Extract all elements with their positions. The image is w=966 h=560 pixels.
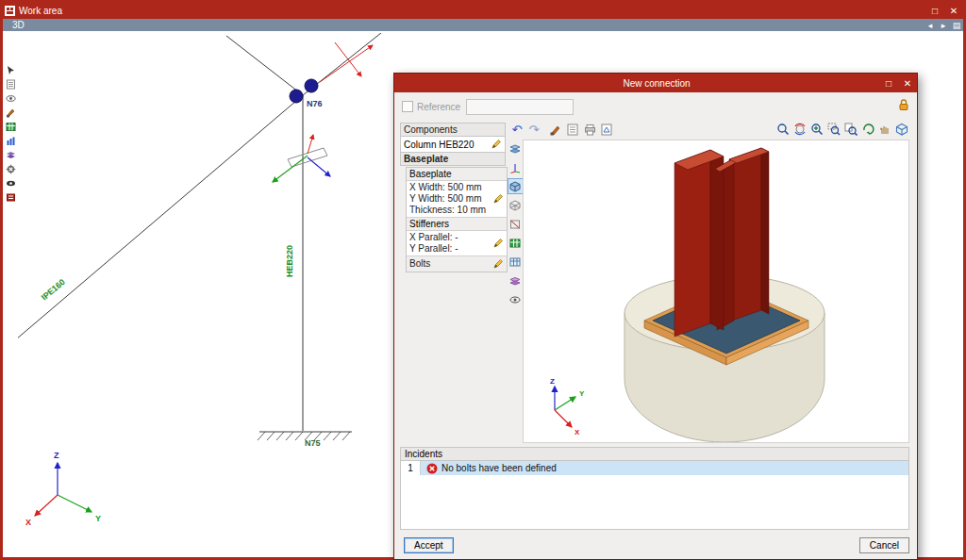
baseplate-section-header: Baseplate bbox=[400, 153, 506, 166]
table-view-icon[interactable] bbox=[508, 236, 523, 250]
grid-view-icon[interactable] bbox=[508, 255, 523, 269]
bolts-row[interactable]: Bolts bbox=[407, 255, 507, 272]
viewport-axes-icon: Z Y X bbox=[550, 377, 585, 436]
reference-checkbox[interactable] bbox=[402, 101, 413, 112]
components-header: Components bbox=[400, 123, 506, 137]
member-label-ipe160: IPE160 bbox=[40, 277, 67, 303]
svg-text:X: X bbox=[575, 428, 580, 436]
node-label-n75: N75 bbox=[305, 438, 321, 448]
model-sheet-icon[interactable] bbox=[508, 141, 523, 156]
visibility-icon[interactable] bbox=[6, 178, 16, 189]
chart-icon[interactable] bbox=[6, 136, 16, 146]
titlebar: Work area □ ✕ bbox=[3, 3, 963, 19]
baseplate-props-row[interactable]: X Width: 500 mm Y Width: 500 mm Thicknes… bbox=[407, 181, 507, 217]
svg-text:Z: Z bbox=[54, 451, 59, 460]
iso-view-icon[interactable] bbox=[894, 122, 909, 137]
reference-row: Reference bbox=[402, 99, 909, 114]
reference-label: Reference bbox=[417, 102, 460, 112]
axes-toggle-icon[interactable] bbox=[508, 160, 523, 174]
window-title: Work area bbox=[19, 6, 925, 16]
dialog-maximize-button[interactable]: □ bbox=[879, 76, 898, 91]
work-area-canvas[interactable]: N76 HEB220 IPE160 N75 bbox=[3, 31, 963, 557]
incidents-header: Incidents bbox=[401, 448, 908, 461]
edit-baseplate-icon[interactable] bbox=[491, 192, 505, 206]
visibility-toggle-icon[interactable] bbox=[508, 292, 523, 306]
edit-column-icon[interactable] bbox=[490, 138, 503, 151]
baseplate-subpanel: Baseplate X Width: 500 mm Y Width: 500 m… bbox=[406, 167, 508, 272]
node-sphere[interactable] bbox=[290, 90, 303, 103]
incident-row[interactable]: 1 No bolts have been defined bbox=[401, 461, 908, 475]
component-column-row[interactable]: Column HEB220 bbox=[400, 137, 506, 153]
paintbrush-icon[interactable] bbox=[547, 122, 562, 137]
tag-icon[interactable] bbox=[6, 192, 16, 203]
layers-view-icon[interactable] bbox=[508, 273, 523, 288]
accept-button[interactable]: Accept bbox=[404, 537, 454, 553]
global-axes-icon: Z X Y bbox=[25, 451, 101, 527]
edit-bolts-icon[interactable] bbox=[491, 257, 505, 271]
load-arrow-icon bbox=[320, 45, 373, 82]
components-panel: Components Column HEB220 Baseplate bbox=[400, 123, 506, 166]
local-axis-z-icon bbox=[308, 157, 330, 176]
connection-3d-viewport[interactable]: Z Y X bbox=[523, 140, 909, 443]
stiffeners-item-header: Stiffeners bbox=[407, 217, 507, 231]
tab-3d[interactable]: 3D bbox=[3, 20, 34, 30]
gear-icon[interactable] bbox=[6, 164, 16, 174]
work-area-window: Work area □ ✕ 3D ◂ ▸ ▤ bbox=[0, 0, 966, 560]
svg-text:Y: Y bbox=[95, 514, 101, 523]
svg-text:X: X bbox=[25, 518, 31, 527]
close-button[interactable]: ✕ bbox=[944, 4, 963, 18]
column-3d bbox=[675, 148, 769, 337]
pointer-icon[interactable] bbox=[6, 65, 16, 75]
shaded-view-icon[interactable] bbox=[508, 179, 523, 193]
left-toolbar bbox=[3, 61, 18, 557]
local-axis-y-icon bbox=[273, 156, 308, 182]
app-logo-icon bbox=[5, 6, 15, 16]
svg-text:Z: Z bbox=[550, 377, 555, 386]
eye-icon[interactable] bbox=[6, 93, 16, 104]
orbit-icon[interactable] bbox=[792, 122, 808, 137]
layers-icon[interactable] bbox=[6, 150, 16, 160]
node-sphere[interactable] bbox=[305, 79, 318, 92]
redo-icon[interactable]: ↷ bbox=[526, 122, 541, 137]
dialog-close-button[interactable]: ✕ bbox=[898, 76, 917, 91]
sheet-icon[interactable] bbox=[6, 79, 16, 90]
section-view-icon[interactable] bbox=[508, 217, 523, 231]
local-axis-x-icon bbox=[308, 135, 313, 154]
table-icon[interactable] bbox=[6, 122, 16, 132]
new-connection-dialog: New connection □ ✕ Reference Components … bbox=[393, 73, 918, 560]
tab-scroll-left-icon[interactable]: ◂ bbox=[924, 21, 937, 30]
member-label-heb220: HEB220 bbox=[285, 245, 294, 277]
paint-icon[interactable] bbox=[6, 107, 16, 118]
load-arrow-icon bbox=[335, 42, 361, 76]
zoom-window-icon[interactable] bbox=[826, 122, 841, 137]
lock-icon[interactable] bbox=[898, 98, 909, 113]
zoom-extents-icon[interactable] bbox=[843, 122, 858, 137]
drawing-icon[interactable] bbox=[599, 122, 614, 137]
wireframe-view-icon[interactable] bbox=[508, 198, 523, 212]
print-icon[interactable] bbox=[582, 122, 597, 137]
report-icon[interactable] bbox=[565, 122, 580, 137]
baseplate-item-header: Baseplate bbox=[407, 168, 507, 181]
maximize-button[interactable]: □ bbox=[925, 4, 944, 18]
bolts-item-header: Bolts bbox=[409, 258, 491, 270]
tab-scroll-right-icon[interactable]: ▸ bbox=[937, 21, 950, 30]
cancel-button[interactable]: Cancel bbox=[859, 537, 909, 553]
rotate-view-icon[interactable] bbox=[860, 122, 875, 137]
model-wireframe[interactable]: N76 HEB220 IPE160 N75 bbox=[18, 33, 395, 560]
incident-number: 1 bbox=[401, 461, 421, 475]
pan-icon[interactable] bbox=[877, 122, 892, 137]
dialog-titlebar[interactable]: New connection □ ✕ bbox=[394, 74, 917, 92]
tab-menu-icon[interactable]: ▤ bbox=[950, 21, 963, 30]
undo-icon[interactable]: ↶ bbox=[509, 122, 525, 137]
zoom-icon[interactable] bbox=[775, 122, 791, 137]
zoom-in-icon[interactable] bbox=[809, 122, 824, 137]
connection-3d-render: Z Y X bbox=[524, 140, 908, 442]
reference-input[interactable] bbox=[466, 99, 574, 115]
edit-stiffeners-icon[interactable] bbox=[491, 237, 505, 250]
incident-message: No bolts have been defined bbox=[441, 463, 557, 473]
view-tabbar: 3D ◂ ▸ ▤ bbox=[3, 19, 963, 31]
support-hatch-icon bbox=[258, 432, 350, 440]
stiffeners-props-row[interactable]: X Parallel: - Y Parallel: - bbox=[407, 231, 507, 255]
node-label-n76: N76 bbox=[307, 99, 323, 108]
error-icon bbox=[426, 463, 438, 474]
